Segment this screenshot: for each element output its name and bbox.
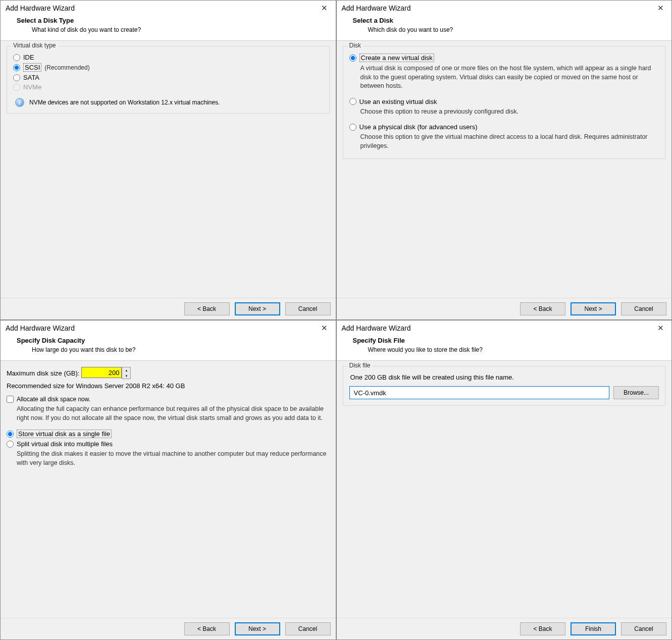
page-title: Select a Disk (353, 17, 667, 24)
wizard-header: Select a Disk Which disk do you want to … (337, 15, 672, 40)
spin-up-icon[interactable]: ▲ (122, 367, 130, 373)
recommended-size: Recommended size for Windows Server 2008… (7, 382, 330, 390)
radio-scsi-input[interactable] (13, 64, 20, 71)
disk-file-info: One 200 GB disk file will be created usi… (350, 374, 659, 381)
group-label: Disk file (347, 362, 373, 369)
wizard-footer: < Back Finish Cancel (337, 618, 672, 639)
allocate-now-row[interactable]: Allocate all disk space now. (7, 396, 330, 403)
radio-split-input[interactable] (7, 441, 14, 448)
cancel-button[interactable]: Cancel (285, 302, 331, 315)
page-title: Specify Disk File (353, 337, 667, 344)
titlebar: Add Hardware Wizard ✕ (1, 1, 336, 15)
wizard-body: Disk file One 200 GB disk file will be c… (337, 360, 672, 618)
radio-split-label: Split virtual disk into multiple files (17, 440, 113, 448)
radio-scsi[interactable]: SCSI (Recommended) (13, 63, 323, 72)
file-row: Browse... (349, 386, 659, 399)
physical-disk-desc: Choose this option to give the virtual m… (360, 133, 659, 150)
close-icon[interactable]: ✕ (318, 324, 332, 333)
radio-sata[interactable]: SATA (13, 74, 323, 81)
radio-sata-input[interactable] (13, 74, 20, 81)
radio-ide[interactable]: IDE (13, 54, 323, 61)
wizard-footer: < Back Next > Cancel (1, 298, 336, 319)
page-subtitle: What kind of disk do you want to create? (32, 26, 331, 33)
wizard-header: Specify Disk File Where would you like t… (337, 335, 672, 360)
back-button[interactable]: < Back (184, 622, 230, 635)
new-disk-desc: A virtual disk is composed of one or mor… (360, 64, 659, 91)
radio-existing-label: Use an existing virtual disk (359, 98, 437, 105)
dialog-select-disk: Add Hardware Wizard ✕ Select a Disk Whic… (336, 0, 673, 320)
radio-single-file[interactable]: Store virtual disk as a single file (7, 430, 330, 438)
allocate-now-checkbox[interactable] (7, 396, 14, 403)
titlebar: Add Hardware Wizard ✕ (337, 321, 672, 335)
radio-physical-input[interactable] (349, 124, 356, 131)
max-size-input[interactable] (81, 367, 122, 378)
window-title: Add Hardware Wizard (342, 324, 411, 332)
allocate-desc: Allocating the full capacity can enhance… (17, 405, 330, 422)
disk-filename-input[interactable] (349, 386, 610, 399)
next-button[interactable]: Next > (235, 622, 280, 635)
titlebar: Add Hardware Wizard ✕ (1, 321, 336, 335)
info-text: NVMe devices are not supported on Workst… (29, 99, 220, 106)
page-title: Select a Disk Type (17, 17, 331, 24)
group-disk: Disk Create a new virtual disk A virtual… (343, 46, 666, 159)
next-button[interactable]: Next > (571, 302, 616, 315)
cancel-button[interactable]: Cancel (621, 302, 666, 315)
radio-new-input[interactable] (349, 55, 356, 62)
info-row: i NVMe devices are not supported on Work… (13, 98, 323, 107)
existing-disk-desc: Choose this option to reuse a previously… (360, 108, 659, 117)
info-icon: i (15, 98, 24, 107)
browse-button[interactable]: Browse... (613, 386, 659, 399)
window-title: Add Hardware Wizard (342, 4, 411, 12)
radio-existing-disk[interactable]: Use an existing virtual disk (349, 98, 659, 105)
close-icon[interactable]: ✕ (653, 4, 667, 13)
wizard-body: Maximum disk size (GB): ▲ ▼ Recommended … (1, 360, 336, 618)
group-label: Disk (347, 42, 363, 49)
close-icon[interactable]: ✕ (653, 324, 667, 333)
group-label: Virtual disk type (11, 42, 58, 49)
radio-single-label: Store virtual disk as a single file (17, 430, 112, 438)
back-button[interactable]: < Back (520, 302, 565, 315)
radio-nvme-input (13, 84, 20, 91)
wizard-body: Virtual disk type IDE SCSI (Recommended)… (1, 40, 336, 298)
back-button[interactable]: < Back (184, 302, 230, 315)
window-title: Add Hardware Wizard (6, 324, 75, 332)
wizard-footer: < Back Next > Cancel (1, 618, 336, 639)
radio-sata-label: SATA (23, 74, 39, 81)
radio-physical-label: Use a physical disk (for advanced users) (359, 123, 478, 131)
titlebar: Add Hardware Wizard ✕ (337, 1, 672, 15)
close-icon[interactable]: ✕ (318, 4, 332, 13)
size-spinner[interactable]: ▲ ▼ (122, 367, 131, 379)
page-title: Specify Disk Capacity (17, 337, 331, 344)
next-button[interactable]: Next > (235, 302, 280, 315)
radio-existing-input[interactable] (349, 98, 356, 105)
split-desc: Splitting the disk makes it easier to mo… (17, 450, 330, 467)
page-subtitle: How large do you want this disk to be? (32, 346, 331, 353)
radio-split-file[interactable]: Split virtual disk into multiple files (7, 440, 330, 448)
back-button[interactable]: < Back (520, 622, 565, 635)
wizard-header: Select a Disk Type What kind of disk do … (1, 15, 336, 40)
group-disk-type: Virtual disk type IDE SCSI (Recommended)… (7, 46, 330, 114)
spin-down-icon[interactable]: ▼ (122, 373, 130, 379)
radio-ide-input[interactable] (13, 54, 20, 61)
finish-button[interactable]: Finish (571, 622, 616, 635)
cancel-button[interactable]: Cancel (621, 622, 666, 635)
dialog-disk-file: Add Hardware Wizard ✕ Specify Disk File … (336, 320, 673, 640)
dialog-disk-type: Add Hardware Wizard ✕ Select a Disk Type… (0, 0, 336, 320)
radio-new-disk[interactable]: Create a new virtual disk (349, 54, 659, 62)
cancel-button[interactable]: Cancel (285, 622, 331, 635)
scsi-recommended: (Recommended) (44, 64, 89, 71)
radio-scsi-label: SCSI (23, 63, 41, 72)
max-size-label: Maximum disk size (GB): (7, 369, 79, 377)
radio-single-input[interactable] (7, 431, 14, 438)
group-disk-file: Disk file One 200 GB disk file will be c… (343, 366, 666, 406)
radio-nvme-label: NVMe (23, 83, 41, 91)
radio-physical-disk[interactable]: Use a physical disk (for advanced users) (349, 123, 659, 131)
wizard-footer: < Back Next > Cancel (337, 298, 672, 319)
wizard-body: Disk Create a new virtual disk A virtual… (337, 40, 672, 298)
page-subtitle: Which disk do you want to use? (368, 26, 667, 33)
max-size-row: Maximum disk size (GB): ▲ ▼ (7, 367, 330, 379)
wizard-header: Specify Disk Capacity How large do you w… (1, 335, 336, 360)
page-subtitle: Where would you like to store the disk f… (368, 346, 667, 353)
radio-new-label: Create a new virtual disk (359, 54, 434, 62)
dialog-disk-capacity: Add Hardware Wizard ✕ Specify Disk Capac… (0, 320, 336, 640)
